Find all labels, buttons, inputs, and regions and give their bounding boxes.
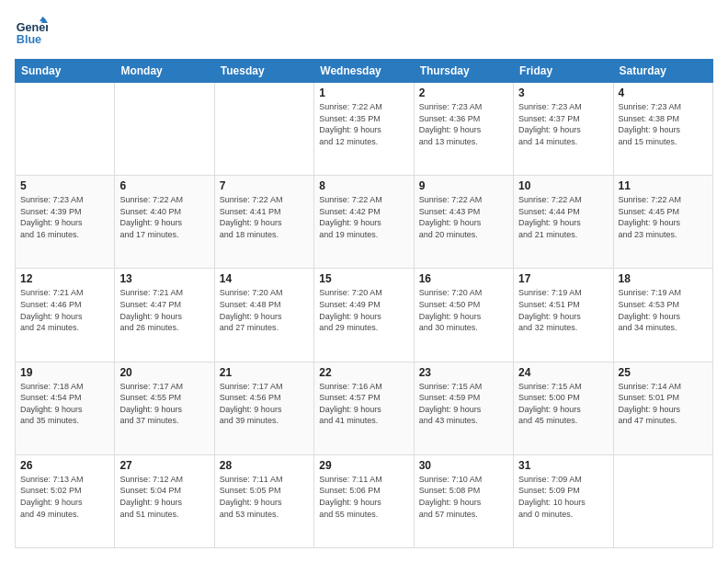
day-info: Sunrise: 7:12 AM Sunset: 5:04 PM Dayligh… (119, 474, 209, 520)
day-number: 23 (419, 366, 508, 379)
calendar-cell: 25Sunrise: 7:14 AM Sunset: 5:01 PM Dayli… (613, 362, 712, 454)
day-info: Sunrise: 7:17 AM Sunset: 4:56 PM Dayligh… (220, 381, 309, 427)
day-info: Sunrise: 7:17 AM Sunset: 4:55 PM Dayligh… (119, 381, 209, 427)
day-info: Sunrise: 7:19 AM Sunset: 4:51 PM Dayligh… (518, 287, 608, 333)
weekday-header-friday: Friday (514, 60, 613, 83)
calendar-cell: 11Sunrise: 7:22 AM Sunset: 4:45 PM Dayli… (613, 176, 712, 269)
calendar-cell: 29Sunrise: 7:11 AM Sunset: 5:06 PM Dayli… (314, 454, 414, 547)
day-info: Sunrise: 7:20 AM Sunset: 4:48 PM Dayligh… (220, 287, 309, 333)
day-info: Sunrise: 7:20 AM Sunset: 4:49 PM Dayligh… (319, 287, 408, 333)
calendar-cell: 24Sunrise: 7:15 AM Sunset: 5:00 PM Dayli… (514, 362, 613, 454)
day-number: 18 (619, 272, 708, 285)
calendar-cell: 7Sunrise: 7:22 AM Sunset: 4:41 PM Daylig… (214, 176, 313, 269)
calendar-cell: 23Sunrise: 7:15 AM Sunset: 4:59 PM Dayli… (414, 362, 513, 454)
calendar-cell: 5Sunrise: 7:23 AM Sunset: 4:39 PM Daylig… (16, 176, 115, 269)
day-number: 2 (419, 86, 508, 99)
week-row-2: 5Sunrise: 7:23 AM Sunset: 4:39 PM Daylig… (16, 176, 713, 269)
day-info: Sunrise: 7:18 AM Sunset: 4:54 PM Dayligh… (20, 381, 109, 427)
day-number: 15 (319, 272, 408, 285)
calendar-cell: 17Sunrise: 7:19 AM Sunset: 4:51 PM Dayli… (514, 269, 613, 362)
day-number: 24 (518, 366, 608, 379)
calendar-cell: 4Sunrise: 7:23 AM Sunset: 4:38 PM Daylig… (613, 83, 712, 176)
day-info: Sunrise: 7:22 AM Sunset: 4:44 PM Dayligh… (518, 194, 608, 240)
weekday-header-thursday: Thursday (414, 60, 513, 83)
svg-text:Blue: Blue (17, 33, 41, 46)
calendar-cell: 31Sunrise: 7:09 AM Sunset: 5:09 PM Dayli… (514, 454, 613, 547)
weekday-header-row: SundayMondayTuesdayWednesdayThursdayFrid… (16, 60, 713, 83)
calendar-cell: 12Sunrise: 7:21 AM Sunset: 4:46 PM Dayli… (16, 269, 115, 362)
calendar-cell: 27Sunrise: 7:12 AM Sunset: 5:04 PM Dayli… (115, 454, 214, 547)
weekday-header-tuesday: Tuesday (214, 60, 313, 83)
day-number: 9 (419, 179, 508, 192)
day-number: 4 (619, 86, 708, 99)
day-info: Sunrise: 7:21 AM Sunset: 4:47 PM Dayligh… (119, 287, 209, 333)
day-number: 26 (20, 459, 109, 472)
week-row-3: 12Sunrise: 7:21 AM Sunset: 4:46 PM Dayli… (16, 269, 713, 362)
calendar-cell: 19Sunrise: 7:18 AM Sunset: 4:54 PM Dayli… (16, 362, 115, 454)
day-info: Sunrise: 7:23 AM Sunset: 4:37 PM Dayligh… (518, 101, 608, 147)
page: General Blue SundayMondayTuesdayWednesda… (0, 0, 728, 563)
week-row-4: 19Sunrise: 7:18 AM Sunset: 4:54 PM Dayli… (16, 362, 713, 454)
calendar-cell: 2Sunrise: 7:23 AM Sunset: 4:36 PM Daylig… (414, 83, 513, 176)
calendar-cell: 26Sunrise: 7:13 AM Sunset: 5:02 PM Dayli… (16, 454, 115, 547)
day-number: 11 (619, 179, 708, 192)
day-info: Sunrise: 7:22 AM Sunset: 4:43 PM Dayligh… (419, 194, 508, 240)
day-info: Sunrise: 7:23 AM Sunset: 4:39 PM Dayligh… (20, 194, 109, 240)
calendar-cell: 1Sunrise: 7:22 AM Sunset: 4:35 PM Daylig… (314, 83, 414, 176)
day-number: 8 (319, 179, 408, 192)
day-number: 10 (518, 179, 608, 192)
weekday-header-saturday: Saturday (613, 60, 712, 83)
calendar-cell: 21Sunrise: 7:17 AM Sunset: 4:56 PM Dayli… (214, 362, 313, 454)
header: General Blue (15, 15, 713, 48)
day-number: 27 (119, 459, 209, 472)
calendar-cell: 22Sunrise: 7:16 AM Sunset: 4:57 PM Dayli… (314, 362, 414, 454)
day-number: 17 (518, 272, 608, 285)
day-number: 22 (319, 366, 408, 379)
day-info: Sunrise: 7:15 AM Sunset: 4:59 PM Dayligh… (419, 381, 508, 427)
day-info: Sunrise: 7:22 AM Sunset: 4:45 PM Dayligh… (619, 194, 708, 240)
day-info: Sunrise: 7:11 AM Sunset: 5:06 PM Dayligh… (319, 474, 408, 520)
calendar-cell (214, 83, 313, 176)
calendar-table: SundayMondayTuesdayWednesdayThursdayFrid… (15, 59, 713, 548)
calendar-cell: 3Sunrise: 7:23 AM Sunset: 4:37 PM Daylig… (514, 83, 613, 176)
day-number: 21 (220, 366, 309, 379)
day-info: Sunrise: 7:22 AM Sunset: 4:41 PM Dayligh… (220, 194, 309, 240)
calendar-cell: 18Sunrise: 7:19 AM Sunset: 4:53 PM Dayli… (613, 269, 712, 362)
day-info: Sunrise: 7:10 AM Sunset: 5:08 PM Dayligh… (419, 474, 508, 520)
day-number: 3 (518, 86, 608, 99)
day-number: 1 (319, 86, 408, 99)
calendar-cell: 6Sunrise: 7:22 AM Sunset: 4:40 PM Daylig… (115, 176, 214, 269)
day-number: 16 (419, 272, 508, 285)
day-number: 14 (220, 272, 309, 285)
week-row-5: 26Sunrise: 7:13 AM Sunset: 5:02 PM Dayli… (16, 454, 713, 547)
weekday-header-sunday: Sunday (16, 60, 115, 83)
day-info: Sunrise: 7:13 AM Sunset: 5:02 PM Dayligh… (20, 474, 109, 520)
day-number: 6 (119, 179, 209, 192)
calendar-cell: 8Sunrise: 7:22 AM Sunset: 4:42 PM Daylig… (314, 176, 414, 269)
logo-icon: General Blue (15, 15, 48, 48)
weekday-header-monday: Monday (115, 60, 214, 83)
day-info: Sunrise: 7:23 AM Sunset: 4:36 PM Dayligh… (419, 101, 508, 147)
calendar-cell: 20Sunrise: 7:17 AM Sunset: 4:55 PM Dayli… (115, 362, 214, 454)
calendar-cell: 14Sunrise: 7:20 AM Sunset: 4:48 PM Dayli… (214, 269, 313, 362)
calendar-cell: 15Sunrise: 7:20 AM Sunset: 4:49 PM Dayli… (314, 269, 414, 362)
day-info: Sunrise: 7:19 AM Sunset: 4:53 PM Dayligh… (619, 287, 708, 333)
calendar-cell: 28Sunrise: 7:11 AM Sunset: 5:05 PM Dayli… (214, 454, 313, 547)
day-info: Sunrise: 7:09 AM Sunset: 5:09 PM Dayligh… (518, 474, 608, 520)
day-number: 25 (619, 366, 708, 379)
day-info: Sunrise: 7:22 AM Sunset: 4:35 PM Dayligh… (319, 101, 408, 147)
day-number: 30 (419, 459, 508, 472)
calendar-cell: 30Sunrise: 7:10 AM Sunset: 5:08 PM Dayli… (414, 454, 513, 547)
day-number: 19 (20, 366, 109, 379)
day-info: Sunrise: 7:22 AM Sunset: 4:42 PM Dayligh… (319, 194, 408, 240)
day-number: 20 (119, 366, 209, 379)
calendar-cell: 9Sunrise: 7:22 AM Sunset: 4:43 PM Daylig… (414, 176, 513, 269)
day-info: Sunrise: 7:20 AM Sunset: 4:50 PM Dayligh… (419, 287, 508, 333)
day-number: 13 (119, 272, 209, 285)
calendar-cell: 16Sunrise: 7:20 AM Sunset: 4:50 PM Dayli… (414, 269, 513, 362)
day-number: 28 (220, 459, 309, 472)
day-number: 7 (220, 179, 309, 192)
calendar-cell (16, 83, 115, 176)
calendar-cell: 13Sunrise: 7:21 AM Sunset: 4:47 PM Dayli… (115, 269, 214, 362)
day-number: 31 (518, 459, 608, 472)
